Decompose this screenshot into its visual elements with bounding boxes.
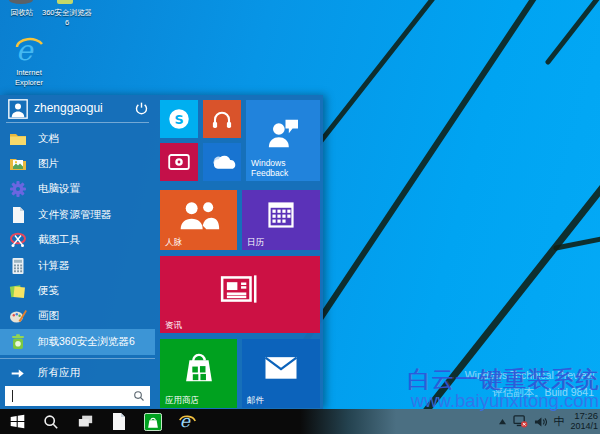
desktop: 回收站 360安全浏览器6 e Internet Explorer Window… xyxy=(0,0,600,434)
internet-explorer-label: Internet Explorer xyxy=(6,68,52,88)
feedback-person-icon xyxy=(262,114,304,154)
power-button[interactable] xyxy=(134,101,149,116)
people-icon xyxy=(177,199,221,232)
menu-item-pictures[interactable]: 图片 xyxy=(0,151,155,176)
media-screen-icon xyxy=(165,148,193,176)
recycle-bin-desktop-icon[interactable]: 回收站 xyxy=(0,8,44,18)
browser360-desktop-icon[interactable]: 360安全浏览器6 xyxy=(42,8,92,28)
system-tray: 中 17:26 2014/1 xyxy=(498,409,598,434)
tile-label: 日历 xyxy=(247,237,264,247)
tile-label: 资讯 xyxy=(165,320,182,330)
newspaper-icon xyxy=(214,268,266,310)
start-menu-item-list: 文档 图片 电脑设置 文件资源管理器 xyxy=(0,126,155,355)
taskbar-search-button[interactable] xyxy=(34,409,68,434)
task-view-button[interactable] xyxy=(68,409,102,434)
tile-label: Windows Feedback xyxy=(251,158,314,178)
header-divider xyxy=(6,122,149,123)
tile-people[interactable]: 人脉 xyxy=(160,190,237,250)
settings-gear-icon xyxy=(9,180,27,198)
tile-news[interactable]: 资讯 xyxy=(160,256,320,333)
calculator-icon xyxy=(9,257,27,275)
start-menu-header: zhenggaogui xyxy=(0,95,155,122)
start-menu-search xyxy=(5,386,150,406)
ad-watermark-line2: www.baiyunxitong.com xyxy=(411,390,599,412)
uninstall-360-icon xyxy=(9,333,27,351)
ime-indicator[interactable]: 中 xyxy=(553,414,564,429)
search-icon[interactable] xyxy=(133,390,145,402)
menu-item-label: 截图工具 xyxy=(38,233,80,247)
menu-item-label: 卸载360安全浏览器6 xyxy=(38,335,135,349)
volume-icon[interactable] xyxy=(534,416,547,428)
tile-label: 邮件 xyxy=(247,395,264,405)
user-avatar[interactable] xyxy=(8,99,28,119)
menu-item-label: 计算器 xyxy=(38,259,70,273)
document-taskbar-icon[interactable] xyxy=(102,409,136,434)
svg-text:S: S xyxy=(174,112,183,127)
user-name: zhenggaogui xyxy=(34,101,103,115)
tile-label: 应用商店 xyxy=(165,395,199,405)
headphones-icon xyxy=(208,105,236,133)
taskbar-buttons: e xyxy=(0,409,204,434)
menu-item-label: 画图 xyxy=(38,309,59,323)
network-icon[interactable] xyxy=(513,415,528,428)
skype-icon: S xyxy=(164,104,194,134)
browser360-label: 360安全浏览器6 xyxy=(42,8,92,28)
store-taskbar-icon[interactable] xyxy=(136,409,170,434)
tray-expand-icon[interactable] xyxy=(498,418,507,425)
tile-label: 人脉 xyxy=(165,237,182,247)
tile-calendar[interactable]: 日历 xyxy=(242,190,320,250)
menu-item-pc-settings[interactable]: 电脑设置 xyxy=(0,177,155,202)
documents-folder-icon xyxy=(9,130,27,148)
tray-date: 2014/1 xyxy=(570,422,598,432)
mail-envelope-icon xyxy=(260,352,302,383)
menu-item-label: 文件资源管理器 xyxy=(38,208,112,222)
taskbar: e 中 17:26 2014/1 xyxy=(0,409,600,434)
onedrive-cloud-icon xyxy=(207,151,237,173)
menu-item-label: 便笺 xyxy=(38,284,59,298)
paint-icon xyxy=(9,307,27,325)
tile-mail[interactable]: 邮件 xyxy=(242,339,320,408)
file-explorer-icon xyxy=(9,206,27,224)
all-apps-divider xyxy=(0,358,155,359)
tile-onedrive[interactable] xyxy=(203,143,241,181)
tile-music[interactable] xyxy=(203,100,241,138)
menu-item-snipping-tool[interactable]: 截图工具 xyxy=(0,228,155,253)
all-apps-arrow-icon xyxy=(10,366,25,381)
all-apps-button[interactable]: 所有应用 xyxy=(0,362,155,384)
menu-item-label: 电脑设置 xyxy=(38,182,80,196)
menu-item-file-explorer[interactable]: 文件资源管理器 xyxy=(0,202,155,227)
snipping-tool-icon xyxy=(9,231,27,249)
internet-explorer-taskbar-icon[interactable]: e xyxy=(170,409,204,434)
menu-item-calculator[interactable]: 计算器 xyxy=(0,253,155,278)
tile-skype[interactable]: S xyxy=(160,100,198,138)
tile-media[interactable] xyxy=(160,143,198,181)
tray-clock[interactable]: 17:26 2014/1 xyxy=(570,411,598,431)
store-bag-icon xyxy=(178,347,220,389)
calendar-icon xyxy=(263,197,299,233)
menu-item-paint[interactable]: 画图 xyxy=(0,304,155,329)
sticky-notes-icon xyxy=(9,282,27,300)
menu-item-uninstall-360[interactable]: 卸载360安全浏览器6 xyxy=(0,329,155,354)
tile-store[interactable]: 应用商店 xyxy=(160,339,237,408)
recycle-bin-label: 回收站 xyxy=(0,8,44,18)
tile-windows-feedback[interactable]: Windows Feedback xyxy=(246,100,320,181)
internet-explorer-icon: e xyxy=(14,32,44,68)
start-button[interactable] xyxy=(0,409,34,434)
all-apps-label: 所有应用 xyxy=(38,366,80,380)
menu-item-sticky-notes[interactable]: 便笺 xyxy=(0,278,155,303)
menu-item-label: 图片 xyxy=(38,157,59,171)
menu-item-documents[interactable]: 文档 xyxy=(0,126,155,151)
svg-text:e: e xyxy=(180,412,191,431)
pictures-folder-icon xyxy=(9,155,27,173)
menu-item-label: 文档 xyxy=(38,132,59,146)
internet-explorer-desktop-icon[interactable]: e Internet Explorer xyxy=(6,32,52,88)
start-menu: zhenggaogui 文档 图片 xyxy=(0,95,323,409)
search-input[interactable] xyxy=(13,386,128,406)
